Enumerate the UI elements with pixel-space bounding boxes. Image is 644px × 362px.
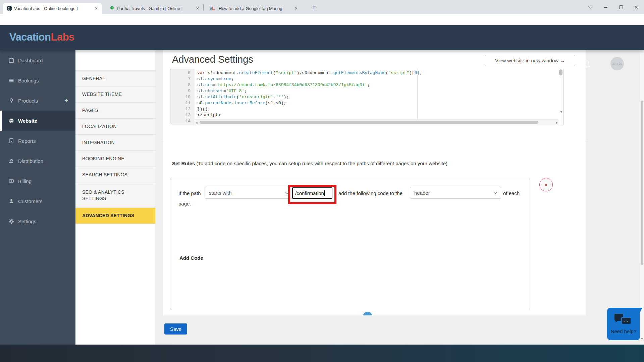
line-number: 11 bbox=[170, 100, 191, 106]
rule-container: If the path starts with /confirmation ad… bbox=[170, 178, 530, 310]
submenu-item-advanced-settings[interactable]: ADVANCED SETTINGS bbox=[75, 208, 155, 224]
editor-scroll-right-icon[interactable]: ▶ bbox=[556, 121, 558, 125]
sidebar-item-label: Billing bbox=[18, 178, 75, 184]
submenu-item-search-settings[interactable]: SEARCH SETTINGS bbox=[75, 167, 155, 183]
print-margin bbox=[417, 69, 418, 119]
rule-middle-text: add the following code to the bbox=[338, 190, 402, 196]
sidebar-item-label: Reports bbox=[18, 138, 75, 144]
main-sidebar: DashboardBookingsProducts+WebsitexReport… bbox=[0, 50, 75, 345]
tab-title: How to add a Google Tag Manag bbox=[219, 6, 291, 11]
code-line: var s1=document.createElement("script"),… bbox=[197, 70, 422, 76]
content-area: Advanced Settings View website in new wi… bbox=[155, 50, 640, 345]
gear-icon bbox=[9, 219, 14, 224]
header-divider bbox=[597, 56, 597, 72]
add-rule-peek-button[interactable] bbox=[363, 312, 372, 315]
new-tab-button[interactable]: + bbox=[310, 3, 318, 11]
editor-scroll-left-icon[interactable]: ◀ bbox=[196, 121, 197, 125]
delete-rule-button[interactable]: x bbox=[539, 178, 553, 191]
need-help-widget[interactable]: ... Need help? bbox=[607, 308, 640, 340]
tab-close-icon[interactable]: × bbox=[195, 5, 201, 11]
map-pin-favicon bbox=[109, 6, 115, 11]
submenu-item-general[interactable]: GENERAL bbox=[75, 70, 155, 86]
website-submenu: GENERALWEBSITE THEMEPAGESLOCALIZATIONINT… bbox=[75, 50, 155, 345]
code-target-select[interactable]: header bbox=[410, 187, 501, 199]
sidebar-item-customers[interactable]: Customers bbox=[0, 191, 75, 211]
close-icon[interactable]: × bbox=[629, 0, 644, 14]
line-number: 10 bbox=[170, 94, 191, 100]
chat-bubble-dots-icon: ... bbox=[621, 317, 631, 324]
minimize-icon[interactable]: ─ bbox=[598, 0, 613, 14]
page-title: Advanced Settings bbox=[172, 54, 253, 65]
sidebar-item-label: Customers bbox=[18, 198, 75, 204]
person-icon bbox=[9, 198, 14, 204]
header-code-editor[interactable]: 6var s1=document.createElement("script")… bbox=[170, 69, 564, 125]
tab-search-chevron-icon[interactable] bbox=[582, 0, 598, 14]
browser-tab[interactable]: Partha Travels - Gambia | Online |× bbox=[105, 3, 203, 14]
tab-close-icon[interactable]: × bbox=[293, 5, 299, 11]
billing-icon bbox=[9, 178, 14, 184]
sidebar-item-label: Website bbox=[18, 118, 75, 124]
set-rules-text: Set Rules (To add code on specific place… bbox=[172, 161, 575, 166]
report-icon: x bbox=[9, 138, 14, 143]
sidebar-item-bookings[interactable]: Bookings bbox=[0, 70, 75, 90]
scrollbar-thumb[interactable] bbox=[641, 101, 643, 265]
annotation-red-rectangle bbox=[288, 185, 336, 204]
submenu-item-localization[interactable]: LOCALIZATION bbox=[75, 119, 155, 135]
vl-letters-favicon: VL bbox=[209, 6, 217, 11]
rule-suffix-wrap-text: page. bbox=[178, 201, 191, 206]
code-line: s1.setAttribute('crossorigin','*'); bbox=[197, 94, 289, 100]
code-line: s1.src='https://embed.tawk.to/63984f34b0… bbox=[197, 82, 370, 88]
editor-hscroll-thumb[interactable] bbox=[200, 121, 538, 124]
add-code-label: Add Code bbox=[179, 255, 203, 261]
submenu-item-booking-engine[interactable]: BOOKING ENGINE bbox=[75, 151, 155, 167]
page-scrollbar[interactable]: ▲ ▼ bbox=[640, 25, 644, 345]
line-number: 13 bbox=[170, 112, 191, 118]
sidebar-item-label: Products bbox=[18, 98, 64, 104]
browser-tab[interactable]: VacationLabs - Online bookings f× bbox=[3, 3, 102, 14]
sidebar-item-website[interactable]: Website bbox=[0, 111, 75, 131]
people-icon bbox=[9, 158, 14, 164]
user-avatar[interactable]: 30 x 30 bbox=[610, 57, 624, 70]
editor-scroll-down-icon[interactable]: ▼ bbox=[560, 111, 562, 114]
editor-hscrollbar[interactable]: ◀ ▶ bbox=[195, 119, 558, 125]
submenu-item-integration[interactable]: INTEGRATION bbox=[75, 135, 155, 151]
tab-close-icon[interactable]: × bbox=[93, 5, 99, 11]
sidebar-item-settings[interactable]: Settings bbox=[0, 211, 75, 231]
maximize-icon[interactable] bbox=[613, 0, 629, 14]
sidebar-item-label: Bookings bbox=[18, 78, 75, 83]
code-line: s1.async=true; bbox=[197, 76, 234, 82]
editor-vscroll-thumb[interactable] bbox=[559, 69, 562, 75]
submenu-item-seo-analytics-settings[interactable]: SEO & ANALYTICS SETTINGS bbox=[75, 183, 155, 208]
path-condition-select[interactable]: starts with bbox=[205, 187, 293, 199]
browser-tab[interactable]: VLHow to add a Google Tag Manag× bbox=[205, 3, 302, 14]
calendar-icon bbox=[9, 58, 14, 63]
line-number: 9 bbox=[170, 88, 191, 94]
chevron-down-icon bbox=[493, 190, 497, 194]
sidebar-item-reports[interactable]: xReports bbox=[0, 131, 75, 151]
line-number: 8 bbox=[170, 82, 191, 88]
globe-icon bbox=[9, 118, 14, 123]
sidebar-item-products[interactable]: Products+ bbox=[0, 90, 75, 111]
rule-suffix-text: of each bbox=[503, 190, 520, 196]
window-controls: ─ × bbox=[582, 0, 644, 14]
settings-panel: Advanced Settings View website in new wi… bbox=[163, 50, 586, 315]
submenu-item-pages[interactable]: PAGES bbox=[75, 103, 155, 119]
code-line: s0.parentNode.insertBefore(s1,s0); bbox=[197, 100, 286, 106]
vacationlabs-logo[interactable]: VacationLabs bbox=[9, 31, 74, 43]
sidebar-item-billing[interactable]: Billing bbox=[0, 171, 75, 191]
code-line: s1.charset='UTF-8'; bbox=[197, 88, 247, 94]
sidebar-item-distribution[interactable]: Distribution bbox=[0, 151, 75, 171]
notifications-bell-icon[interactable] bbox=[582, 60, 591, 69]
scroll-down-icon[interactable]: ▼ bbox=[641, 338, 643, 341]
view-website-button[interactable]: View website in new window → bbox=[485, 55, 575, 66]
plus-icon[interactable]: + bbox=[64, 97, 68, 104]
tab-title: Partha Travels - Gambia | Online | bbox=[117, 6, 193, 11]
save-button[interactable]: Save bbox=[164, 323, 187, 335]
submenu-item-website-theme[interactable]: WEBSITE THEME bbox=[75, 86, 155, 103]
vl-globe-favicon bbox=[7, 6, 12, 11]
sidebar-item-dashboard[interactable]: Dashboard bbox=[0, 50, 75, 70]
code-line: </script> bbox=[197, 112, 221, 118]
sidebar-item-label: Distribution bbox=[18, 158, 75, 164]
tab-title: VacationLabs - Online bookings f bbox=[14, 6, 91, 11]
rule-prefix-text: If the path bbox=[178, 190, 201, 196]
